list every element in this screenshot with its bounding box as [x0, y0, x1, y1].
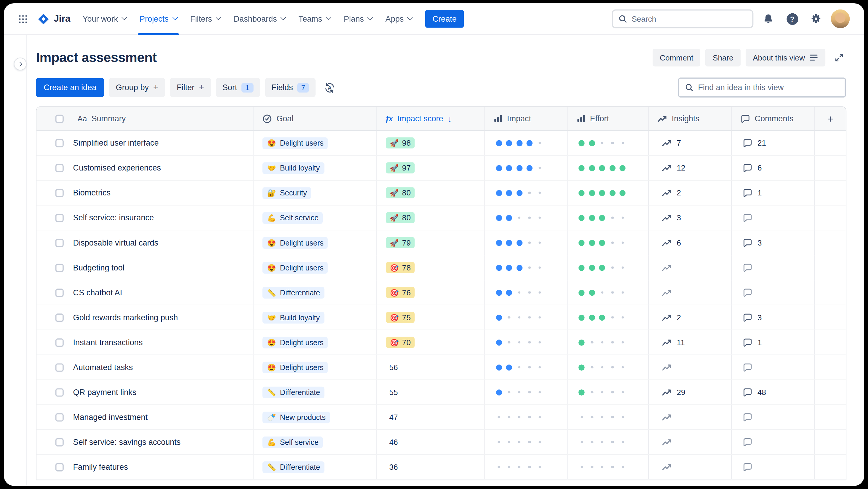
comments-cell[interactable] — [732, 255, 815, 280]
impact-score-cell[interactable]: 55 — [377, 380, 485, 404]
impact-rating-cell[interactable] — [485, 430, 568, 454]
goal-chip[interactable]: 😍Delight users — [262, 237, 328, 249]
impact-score-cell[interactable]: 🎯76 — [377, 280, 485, 305]
impact-rating-cell[interactable] — [485, 355, 568, 379]
find-idea-input[interactable] — [698, 83, 839, 92]
effort-rating-cell[interactable] — [568, 181, 649, 205]
impact-score-cell[interactable]: 🚀97 — [377, 156, 485, 180]
app-switcher-button[interactable] — [14, 10, 32, 28]
goal-cell[interactable]: 💪Self service — [254, 205, 377, 230]
goal-cell[interactable]: 😍Delight users — [254, 330, 377, 354]
column-header-insights[interactable]: Insights — [649, 107, 732, 130]
table-row[interactable]: Family features📏Differentiate36 — [36, 455, 846, 480]
impact-rating-cell[interactable] — [485, 380, 568, 404]
comments-cell[interactable]: 6 — [732, 156, 815, 180]
fullscreen-button[interactable] — [830, 49, 848, 66]
effort-rating-cell[interactable] — [568, 205, 649, 230]
goal-chip[interactable]: 🍼New products — [262, 411, 330, 423]
goal-chip[interactable]: 📏Differentiate — [262, 287, 324, 298]
effort-rating-cell[interactable] — [568, 156, 649, 180]
goal-chip[interactable]: 🤝Build loyalty — [262, 162, 324, 173]
nav-item-dashboards[interactable]: Dashboards — [227, 3, 292, 35]
comments-cell[interactable] — [732, 405, 815, 429]
impact-score-cell[interactable]: 46 — [377, 430, 485, 454]
insights-cell[interactable]: 7 — [649, 131, 732, 155]
goal-cell[interactable]: 🍼New products — [254, 405, 377, 429]
insights-cell[interactable] — [649, 255, 732, 280]
summary-cell[interactable]: Self service: savings accounts — [36, 430, 254, 454]
comments-cell[interactable] — [732, 355, 815, 379]
table-row[interactable]: Self service: savings accounts💪Self serv… — [36, 430, 846, 455]
table-row[interactable]: Disposable virtual cards😍Delight users🚀7… — [36, 230, 846, 255]
row-checkbox[interactable] — [55, 338, 64, 346]
row-checkbox[interactable] — [55, 288, 64, 296]
row-checkbox[interactable] — [55, 164, 64, 172]
create-idea-button[interactable]: Create an idea — [36, 78, 104, 97]
create-button[interactable]: Create — [425, 10, 464, 28]
insights-cell[interactable] — [649, 355, 732, 379]
summary-cell[interactable]: Customised experiences — [36, 156, 254, 180]
insights-cell[interactable]: 6 — [649, 230, 732, 255]
effort-rating-cell[interactable] — [568, 455, 649, 479]
goal-chip[interactable]: 📏Differentiate — [262, 386, 324, 398]
column-header-comments[interactable]: Comments — [732, 107, 815, 130]
goal-chip[interactable]: 😍Delight users — [262, 262, 328, 274]
impact-score-cell[interactable]: 56 — [377, 355, 485, 379]
table-row[interactable]: QR payment links📏Differentiate552948 — [36, 380, 846, 405]
impact-rating-cell[interactable] — [485, 181, 568, 205]
effort-rating-cell[interactable] — [568, 330, 649, 354]
table-row[interactable]: Simplified user interface😍Delight users🚀… — [36, 131, 846, 156]
find-idea-search[interactable] — [678, 78, 846, 97]
table-row[interactable]: Instant transactions😍Delight users🎯70111 — [36, 330, 846, 355]
summary-cell[interactable]: Simplified user interface — [36, 131, 254, 155]
about-this-view-button[interactable]: About this view — [746, 49, 825, 66]
comments-cell[interactable]: 21 — [732, 131, 815, 155]
insights-cell[interactable]: 3 — [649, 205, 732, 230]
effort-rating-cell[interactable] — [568, 380, 649, 404]
goal-chip[interactable]: 🔐Security — [262, 187, 311, 198]
group-by-button[interactable]: Group by + — [109, 78, 165, 97]
user-avatar[interactable] — [831, 9, 850, 28]
row-checkbox[interactable] — [55, 263, 64, 271]
row-checkbox[interactable] — [55, 139, 64, 147]
filter-button[interactable]: Filter + — [170, 78, 211, 97]
summary-cell[interactable]: Automated tasks — [36, 355, 254, 379]
goal-chip[interactable]: 💪Self service — [262, 436, 323, 448]
impact-rating-cell[interactable] — [485, 455, 568, 479]
goal-chip[interactable]: 📏Differentiate — [262, 461, 324, 473]
insights-cell[interactable] — [649, 280, 732, 305]
nav-item-apps[interactable]: Apps — [379, 3, 419, 35]
column-header-goal[interactable]: Goal — [254, 107, 377, 130]
impact-score-cell[interactable]: 🎯75 — [377, 305, 485, 329]
impact-score-cell[interactable]: 🎯78 — [377, 255, 485, 280]
insights-cell[interactable] — [649, 430, 732, 454]
row-checkbox[interactable] — [55, 189, 64, 197]
impact-score-cell[interactable]: 🚀80 — [377, 205, 485, 230]
effort-rating-cell[interactable] — [568, 355, 649, 379]
summary-cell[interactable]: Family features — [36, 455, 254, 479]
table-row[interactable]: Gold rewards marketing push🤝Build loyalt… — [36, 305, 846, 330]
column-header-summary[interactable]: Aa Summary — [36, 107, 254, 130]
help-button[interactable]: ? — [783, 10, 801, 28]
table-row[interactable]: Customised experiences🤝Build loyalty🚀971… — [36, 156, 846, 181]
comments-cell[interactable] — [732, 280, 815, 305]
nav-item-plans[interactable]: Plans — [337, 3, 379, 35]
goal-chip[interactable]: 🤝Build loyalty — [262, 312, 324, 323]
share-button[interactable]: Share — [706, 49, 741, 66]
settings-button[interactable] — [807, 10, 825, 28]
effort-rating-cell[interactable] — [568, 280, 649, 305]
summary-cell[interactable]: Disposable virtual cards — [36, 230, 254, 255]
goal-cell[interactable]: 😍Delight users — [254, 255, 377, 280]
summary-cell[interactable]: Gold rewards marketing push — [36, 305, 254, 329]
row-checkbox[interactable] — [55, 363, 64, 371]
goal-cell[interactable]: 😍Delight users — [254, 230, 377, 255]
comment-button[interactable]: Comment — [653, 49, 701, 66]
comments-cell[interactable]: 3 — [732, 230, 815, 255]
goal-cell[interactable]: 😍Delight users — [254, 355, 377, 379]
goal-chip[interactable]: 💪Self service — [262, 212, 323, 224]
summary-cell[interactable]: Budgeting tool — [36, 255, 254, 280]
jira-logo[interactable]: Jira — [37, 12, 70, 25]
goal-cell[interactable]: 📏Differentiate — [254, 280, 377, 305]
nav-item-filters[interactable]: Filters — [183, 3, 227, 35]
goal-cell[interactable]: 📏Differentiate — [254, 380, 377, 404]
